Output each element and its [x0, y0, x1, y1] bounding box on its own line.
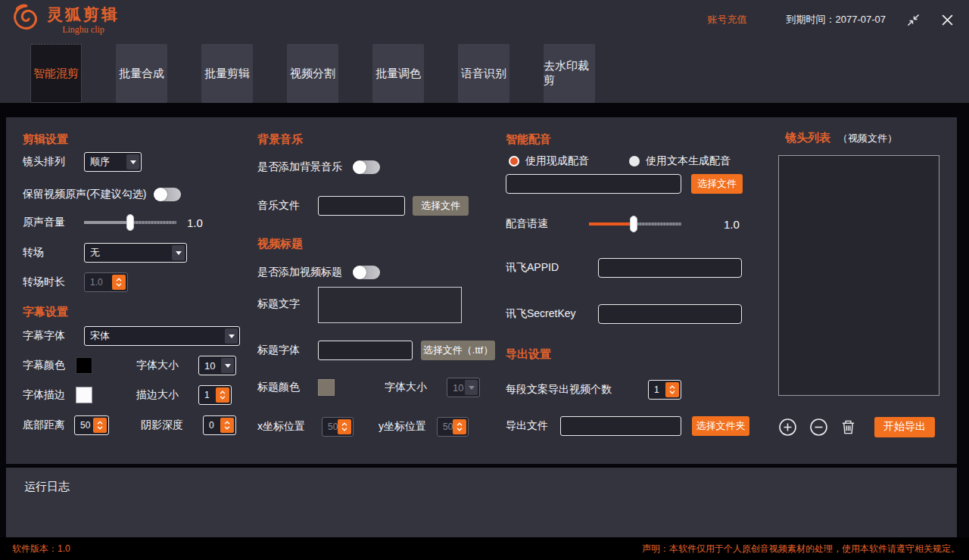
music-file-label: 音乐文件: [257, 199, 318, 213]
software-version-text: 软件版本：1.0: [12, 543, 70, 555]
tab-video-split[interactable]: 视频分割: [287, 44, 338, 103]
minus-circle-icon[interactable]: [809, 418, 828, 437]
volume-slider[interactable]: [84, 213, 176, 232]
export-count-label: 每段文案导出视频个数: [506, 383, 648, 397]
section-title-bgm: 背景音乐: [257, 132, 303, 147]
chevron-down-icon: [465, 380, 478, 395]
shot-list-subtitle: （视频文件）: [838, 132, 897, 145]
xunfei-secretkey-input[interactable]: [598, 304, 742, 324]
spinner-arrows-icon[interactable]: [665, 382, 679, 397]
choose-ttf-file-button[interactable]: 选择文件（.ttf）: [421, 341, 495, 360]
choose-export-folder-button[interactable]: 选择文件夹: [692, 416, 749, 436]
titlebar: 灵狐剪辑 Linghu clip 账号充值 到期时间：2077-07-07: [0, 0, 969, 39]
transition-duration-spinner: 1.0: [84, 272, 128, 292]
dub-speed-slider-handle[interactable]: [630, 216, 637, 232]
y-position-label: y坐标位置: [379, 420, 433, 434]
statusbar: 软件版本：1.0 声明：本软件仅用于个人原创音视频素材的处理，使用本软件请遵守相…: [0, 537, 969, 560]
title-color-swatch: [318, 379, 335, 396]
font-stroke-color-swatch[interactable]: [76, 387, 92, 403]
subtitle-font-label: 字幕字体: [23, 329, 84, 343]
transition-dropdown[interactable]: 无: [84, 243, 187, 263]
shot-order-label: 镜头排列: [23, 155, 84, 169]
disclaimer-text: 声明：本软件仅用于个人原创音视频素材的处理，使用本软件请遵守相关规定。: [642, 543, 960, 555]
spinner-arrows-icon[interactable]: [453, 419, 466, 434]
subtitle-font-dropdown[interactable]: 宋体: [84, 326, 240, 346]
radio-existing-dub-label: 使用现成配音: [525, 154, 589, 168]
keep-audio-toggle[interactable]: [154, 188, 181, 201]
radio-generate-dub-label: 使用文本生成配音: [646, 154, 731, 168]
stroke-size-spinner[interactable]: 1: [198, 385, 232, 405]
run-log-panel: 运行日志: [6, 468, 957, 537]
fox-swirl-logo-icon: [11, 3, 41, 36]
trash-icon[interactable]: [840, 418, 856, 436]
title-font-input[interactable]: [318, 341, 413, 360]
app-subtitle: Linghu clip: [47, 24, 120, 36]
chevron-down-icon: [126, 154, 139, 170]
xunfei-appid-input[interactable]: [598, 258, 742, 278]
spinner-arrows-icon[interactable]: [338, 419, 351, 434]
keep-audio-label: 保留视频原声(不建议勾选): [23, 188, 146, 201]
font-stroke-label: 字体描边: [23, 388, 76, 402]
stroke-size-label: 描边大小: [136, 388, 189, 402]
chevron-down-icon: [172, 245, 185, 260]
spinner-arrows-icon[interactable]: [112, 275, 126, 290]
title-font-label: 标题字体: [257, 344, 318, 357]
spinner-arrows-icon[interactable]: [216, 387, 229, 403]
xunfei-secretkey-label: 讯飞SecretKey: [506, 307, 598, 321]
y-position-spinner: 50: [437, 417, 469, 437]
add-video-title-toggle[interactable]: [353, 266, 380, 279]
font-size-dropdown[interactable]: 10: [198, 356, 236, 375]
volume-value: 1.0: [187, 216, 203, 229]
start-export-button[interactable]: 开始导出: [874, 417, 935, 437]
shadow-depth-spinner[interactable]: 0: [203, 415, 236, 435]
shadow-depth-label: 阴影深度: [141, 418, 194, 432]
app-name: 灵狐剪辑: [47, 4, 120, 25]
music-file-input[interactable]: [318, 196, 405, 216]
spinner-arrows-icon[interactable]: [93, 418, 107, 433]
export-count-spinner[interactable]: 1: [648, 380, 681, 400]
chevron-down-icon: [225, 328, 238, 344]
choose-music-file-button[interactable]: 选择文件: [413, 196, 469, 216]
tab-watermark-crop[interactable]: 去水印裁剪: [544, 44, 595, 103]
app-logo: 灵狐剪辑 Linghu clip: [11, 3, 120, 36]
add-video-title-label: 是否添加视频标题: [257, 266, 342, 279]
dub-speed-slider[interactable]: [589, 214, 681, 234]
bottom-distance-label: 底部距离: [23, 418, 74, 432]
plus-circle-icon[interactable]: [778, 418, 797, 437]
subtitle-color-label: 字幕颜色: [23, 359, 76, 372]
close-icon[interactable]: [941, 14, 954, 26]
run-log-title: 运行日志: [24, 480, 957, 494]
section-title-subtitle-settings: 字幕设置: [23, 305, 68, 319]
tab-batch-compose[interactable]: 批量合成: [116, 44, 167, 103]
tab-batch-color[interactable]: 批量调色: [372, 44, 424, 103]
volume-slider-handle[interactable]: [126, 214, 134, 231]
add-bgm-toggle[interactable]: [353, 160, 380, 174]
x-position-spinner: 50: [322, 417, 354, 437]
main-tabbar: 智能混剪 批量合成 批量剪辑 视频分割 批量调色 语音识别 去水印裁剪: [0, 39, 969, 103]
font-size-label: 字体大小: [136, 359, 189, 372]
title-font-size-label: 字体大小: [385, 381, 438, 394]
radio-generate-dub[interactable]: [629, 156, 640, 166]
transition-label: 转场: [23, 246, 84, 260]
bottom-distance-spinner[interactable]: 50: [74, 415, 109, 435]
dub-speed-label: 配音语速: [506, 217, 589, 231]
account-recharge-link[interactable]: 账号充值: [708, 13, 747, 26]
volume-label: 原声音量: [23, 216, 84, 229]
dub-file-input[interactable]: [506, 174, 681, 194]
choose-dub-file-button[interactable]: 选择文件: [691, 174, 743, 194]
tab-batch-edit[interactable]: 批量剪辑: [201, 44, 253, 103]
title-color-label: 标题颜色: [257, 381, 318, 394]
tab-smart-mix[interactable]: 智能混剪: [30, 44, 82, 103]
title-text-area[interactable]: [318, 287, 462, 323]
spinner-arrows-icon[interactable]: [220, 418, 234, 433]
subtitle-color-swatch[interactable]: [76, 357, 92, 374]
collapse-window-icon[interactable]: [907, 14, 920, 26]
shot-order-dropdown[interactable]: 顺序: [84, 152, 142, 172]
section-title-video-title: 视频标题: [257, 237, 303, 251]
export-file-input[interactable]: [560, 416, 681, 436]
section-title-edit-settings: 剪辑设置: [23, 132, 68, 147]
tab-speech-recognition[interactable]: 语音识别: [458, 44, 509, 103]
shot-list-box[interactable]: [778, 155, 939, 396]
radio-existing-dub[interactable]: [509, 156, 519, 166]
settings-panel: 剪辑设置 镜头排列 顺序 保留视频原声(不建议勾选) 原声音量: [6, 117, 957, 464]
